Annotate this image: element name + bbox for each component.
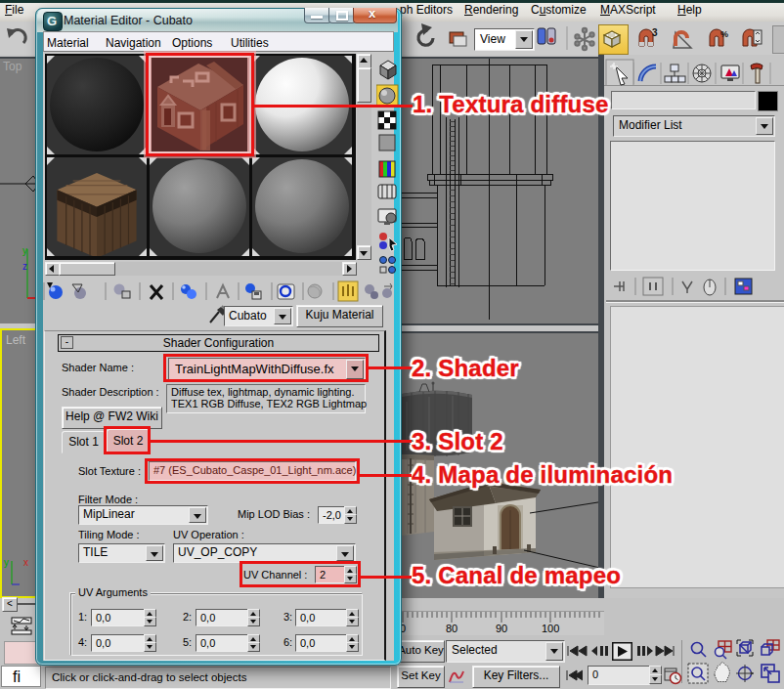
- svg-text:0: 0: [402, 623, 406, 634]
- svg-text:3: 3: [652, 27, 658, 38]
- svg-text:z: z: [22, 261, 27, 272]
- svg-text:80: 80: [446, 623, 457, 634]
- svg-text:90: 90: [496, 623, 507, 634]
- svg-text:y: y: [22, 245, 27, 256]
- svg-text:y: y: [4, 557, 9, 568]
- svg-text:x: x: [23, 557, 28, 568]
- svg-text:100: 100: [542, 623, 559, 634]
- svg-text:%: %: [720, 29, 728, 39]
